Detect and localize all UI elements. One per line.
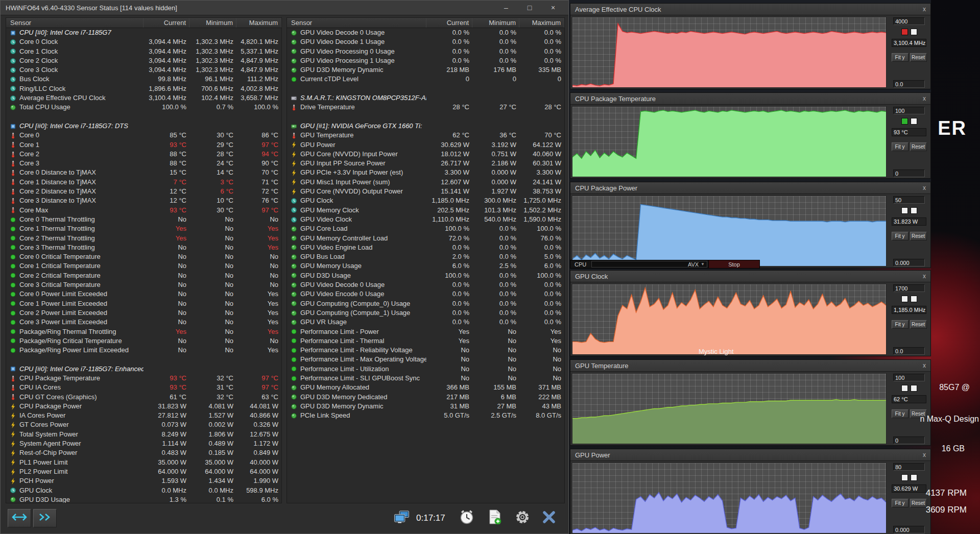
section-header-row[interactable]: CPU [#0]: Intel Core i7-1185G7: Enhanced bbox=[6, 365, 281, 374]
sensor-row[interactable]: GPU Memory Controller Load72.0 %0.0 %76.… bbox=[287, 234, 564, 243]
sensor-row[interactable]: GPU Memory Usage6.0 %2.5 %6.0 % bbox=[287, 261, 564, 271]
sensor-row[interactable]: Core 0 Power Limit ExceededNoNoYes bbox=[6, 289, 281, 299]
sensor-row[interactable]: GPU Computing (Compute_1) Usage0.0 %0.0 … bbox=[287, 308, 564, 318]
sensor-row[interactable]: Core 1 Critical TemperatureNoNoNo bbox=[6, 261, 281, 271]
sensor-row[interactable]: Core 388 °C24 °C90 °C bbox=[6, 159, 281, 168]
sensor-row[interactable]: Core 2 Distance to TjMAX12 °C6 °C72 °C bbox=[6, 187, 281, 196]
sensor-row[interactable]: GPU PCIe +3.3V Input Power (est)3.300 W0… bbox=[287, 168, 564, 177]
y-min-field[interactable]: 0.0 bbox=[893, 347, 925, 355]
panel-header[interactable]: GPU Powerx bbox=[570, 449, 930, 461]
close-icon[interactable]: x bbox=[923, 452, 926, 458]
y-min-field[interactable]: 0.000 bbox=[893, 259, 925, 266]
sensor-row[interactable]: GPU D3D Memory Dynamic218 MB176 MB335 MB bbox=[287, 65, 564, 75]
sensor-row[interactable]: GPU Core (NVVDD) Output Power15.141 W1.9… bbox=[287, 187, 564, 196]
stress-stop-button[interactable]: Stop bbox=[708, 260, 759, 268]
sensor-row[interactable]: GPU VR Usage0.0 %0.0 %0.0 % bbox=[287, 318, 564, 327]
y-max-field[interactable]: 1700 bbox=[893, 284, 925, 292]
close-icon[interactable]: x bbox=[923, 95, 926, 102]
sensor-row[interactable]: GPU Core Load100.0 %0.0 %100.0 % bbox=[287, 224, 564, 233]
sensor-row[interactable]: Core 3 Power Limit ExceededNoNoYes bbox=[6, 318, 281, 327]
maximize-button[interactable]: □ bbox=[522, 2, 537, 14]
sensor-row[interactable]: GPU Memory Clock202.5 MHz101.3 MHz1,502.… bbox=[287, 206, 564, 215]
sensor-row[interactable]: CPU IA Cores93 °C31 °C97 °C bbox=[6, 383, 281, 392]
sensor-row[interactable]: PCH Power1.593 W1.434 W1.990 W bbox=[6, 476, 281, 486]
sensor-row[interactable]: Core 1 Thermal ThrottlingYesNoYes bbox=[6, 224, 281, 233]
y-min-field[interactable]: 0.0 bbox=[893, 80, 925, 88]
series-color-swatch[interactable] bbox=[901, 474, 908, 481]
sensor-row[interactable]: GT Cores Power0.073 W0.002 W0.326 W bbox=[6, 420, 281, 429]
swap-columns-button[interactable] bbox=[8, 509, 31, 527]
col-sensor[interactable]: Sensor bbox=[6, 18, 144, 28]
section-header-row[interactable]: CPU [#0]: Intel Core i7-1185G7 bbox=[6, 28, 281, 37]
sensor-row[interactable]: Rest-of-Chip Power0.483 W0.185 W0.849 W bbox=[6, 448, 281, 457]
sensor-row[interactable]: Performance Limit - Max Operating Voltag… bbox=[287, 355, 564, 364]
panel-header[interactable]: GPU Clockx bbox=[570, 271, 930, 282]
sensor-row[interactable]: GPU Video Decode 1 Usage0.0 %0.0 %0.0 % bbox=[287, 37, 564, 46]
sensor-row[interactable]: Average Effective CPU Clock3,100.4 MHz10… bbox=[6, 93, 281, 103]
panel-header[interactable]: Average Effective CPU Clockx bbox=[570, 4, 930, 15]
sensor-row[interactable]: Core 0 Critical TemperatureNoNoNo bbox=[6, 252, 281, 261]
col-maximum[interactable]: Maximum bbox=[236, 18, 281, 28]
close-icon[interactable]: x bbox=[923, 6, 926, 12]
panel-header[interactable]: CPU Package Temperaturex bbox=[570, 93, 930, 105]
close-button[interactable]: × bbox=[546, 2, 560, 14]
sensor-row[interactable]: Core 2 Thermal ThrottlingYesNoYes bbox=[6, 234, 281, 243]
y-min-field[interactable]: 0 bbox=[893, 169, 925, 177]
sensor-row[interactable]: Core 288 °C28 °C94 °C bbox=[6, 150, 281, 159]
report-button[interactable] bbox=[486, 509, 504, 527]
sensor-row[interactable]: Core 193 °C29 °C97 °C bbox=[6, 140, 281, 150]
panel-header[interactable]: CPU Package Powerx bbox=[570, 182, 930, 194]
sensor-row[interactable]: PCIe Link Speed5.0 GT/s2.5 GT/s8.0 GT/s bbox=[287, 411, 564, 420]
section-header-row[interactable]: GPU [#1]: NVIDIA GeForce GTX 1660 Ti: bbox=[287, 122, 564, 131]
series-color-swatch-2[interactable] bbox=[911, 474, 917, 481]
sensor-row[interactable]: Core 2 Critical TemperatureNoNoNo bbox=[6, 271, 281, 280]
reset-button[interactable]: Reset bbox=[910, 499, 927, 507]
sensor-row[interactable]: GPU Video Decode 0 Usage0.0 %0.0 %0.0 % bbox=[287, 280, 564, 289]
series-color-swatch[interactable] bbox=[901, 29, 908, 35]
sensor-row[interactable]: GPU Video Encode 0 Usage0.0 %0.0 %0.0 % bbox=[287, 289, 564, 299]
sensor-row[interactable]: Performance Limit - Reliability VoltageN… bbox=[287, 346, 564, 355]
minimize-button[interactable]: – bbox=[499, 2, 513, 14]
series-color-swatch-2[interactable] bbox=[911, 29, 917, 35]
sensor-row[interactable]: Core Max93 °C30 °C97 °C bbox=[6, 206, 281, 215]
sensor-row[interactable]: CPU Package Power31.823 W4.081 W44.081 W bbox=[6, 402, 281, 411]
reset-button[interactable]: Reset bbox=[910, 53, 927, 62]
sensor-row[interactable]: GPU Video Processing 1 Usage0.0 %0.0 %0.… bbox=[287, 56, 564, 65]
sensor-row[interactable]: GPU Bus Load2.0 %0.0 %5.0 % bbox=[287, 252, 564, 261]
col-current[interactable]: Current bbox=[144, 18, 189, 28]
remote-monitoring-button[interactable] bbox=[393, 509, 411, 527]
section-header-row[interactable]: CPU [#0]: Intel Core i7-1185G7: DTS bbox=[6, 122, 281, 131]
sensor-row[interactable]: GPU Video Processing 0 Usage0.0 %0.0 %0.… bbox=[287, 47, 564, 56]
sensor-row[interactable]: Bus Clock99.8 MHz96.1 MHz111.2 MHz bbox=[6, 75, 281, 84]
sensor-row[interactable]: GPU Temperature62 °C36 °C70 °C bbox=[287, 131, 564, 140]
sensor-row[interactable]: CPU GT Cores (Graphics)61 °C32 °C63 °C bbox=[6, 393, 281, 402]
sensor-row[interactable]: Core 0 Distance to TjMAX15 °C14 °C70 °C bbox=[6, 168, 281, 177]
series-color-swatch-2[interactable] bbox=[911, 385, 917, 392]
fit-y-button[interactable]: Fit y bbox=[892, 499, 909, 507]
sensor-row[interactable]: Current cTDP Level000 bbox=[287, 75, 564, 84]
sensor-row[interactable]: Performance Limit - UtilizationNoNoNo bbox=[287, 365, 564, 374]
sensor-row[interactable]: GPU D3D Usage100.0 %0.0 %100.0 % bbox=[287, 271, 564, 280]
y-min-field[interactable]: 0 bbox=[893, 436, 925, 444]
close-icon[interactable]: x bbox=[923, 362, 926, 369]
sensor-row[interactable]: CPU Package Temperature93 °C32 °C97 °C bbox=[6, 374, 281, 383]
title-bar[interactable]: HWiNFO64 v6.40-4330 Sensor Status [114 v… bbox=[1, 1, 568, 15]
fit-y-button[interactable]: Fit y bbox=[892, 409, 909, 418]
sensor-row[interactable]: Performance Limit - ThermalYesNoYes bbox=[287, 336, 564, 346]
sensor-row[interactable]: System Agent Power1.114 W0.489 W1.172 W bbox=[6, 439, 281, 448]
sensor-row[interactable]: GPU Computing (Compute_0) Usage0.0 %0.0 … bbox=[287, 299, 564, 308]
col-maximum[interactable]: Maximum bbox=[519, 18, 564, 28]
fit-y-button[interactable]: Fit y bbox=[892, 53, 909, 62]
close-icon[interactable]: x bbox=[923, 185, 926, 191]
sensor-row[interactable]: Drive Temperature28 °C27 °C28 °C bbox=[287, 103, 564, 112]
sensor-row[interactable]: Core 3 Thermal ThrottlingNoNoYes bbox=[6, 243, 281, 252]
sensor-row[interactable]: GPU D3D Memory Dynamic31 MB27 MB43 MB bbox=[287, 402, 564, 411]
sensor-row[interactable]: PL1 Power Limit35.000 W35.000 W40.000 W bbox=[6, 458, 281, 467]
sensor-row[interactable]: Package/Ring Power Limit ExceededNoNoYes bbox=[6, 346, 281, 355]
mystic-light-menu-item[interactable]: Mystic Light bbox=[699, 348, 734, 355]
sensor-row[interactable]: GPU Clock0.0 MHz0.0 MHz598.9 MHz bbox=[6, 486, 281, 495]
stress-mode-dropdown[interactable]: AVX ▼ bbox=[591, 261, 707, 268]
sensor-row[interactable]: Performance Limit - SLI GPUBoost SyncNoN… bbox=[287, 374, 564, 383]
y-max-field[interactable]: 80 bbox=[893, 463, 925, 471]
sensor-row[interactable]: GPU Video Clock1,110.0 MHz540.0 MHz1,590… bbox=[287, 215, 564, 224]
